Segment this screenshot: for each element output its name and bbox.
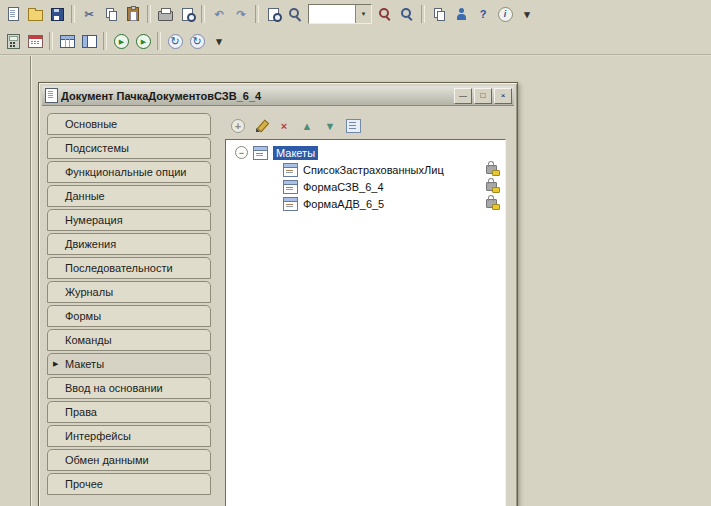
tab-label: Основные	[65, 118, 117, 130]
form-icon	[82, 35, 97, 48]
tree-item-label: ФормаСЗВ_6_4	[303, 181, 384, 193]
tab-label: Последовательности	[65, 262, 173, 274]
search-combo[interactable]: ▾	[308, 4, 372, 24]
template-node-icon	[283, 180, 298, 194]
start-debugging-options-button[interactable]: ▶	[132, 30, 154, 52]
tree-item[interactable]: СписокЗастрахованныхЛиц	[226, 161, 505, 178]
lock-icon	[486, 182, 497, 191]
tab-item[interactable]: Данные	[47, 185, 211, 207]
minimize-button[interactable]: —	[454, 88, 472, 104]
form-button[interactable]	[78, 30, 100, 52]
dock-panel-edge	[30, 56, 31, 506]
delete-button[interactable]: ×	[274, 116, 294, 136]
copy-icon	[106, 8, 117, 20]
spreadsheet-document-button[interactable]	[56, 30, 78, 52]
tab-item[interactable]: Макеты	[47, 353, 211, 375]
combo-dropdown-icon[interactable]: ▾	[355, 5, 371, 23]
open-document-button[interactable]	[24, 3, 46, 25]
tab-label: Журналы	[65, 286, 113, 298]
tab-item[interactable]: Ввод на основании	[47, 377, 211, 399]
update-database-configuration-icon: ↻	[168, 34, 183, 49]
update-database-configuration-button[interactable]: ↻	[164, 30, 186, 52]
refresh-configuration-icon: ↻	[190, 34, 205, 49]
tab-label: Подсистемы	[65, 142, 129, 154]
new-document-button[interactable]	[2, 3, 24, 25]
toolbar-options-button[interactable]: ▾	[516, 3, 538, 25]
cut-button[interactable]: ✂	[78, 3, 100, 25]
tab-label: Команды	[65, 334, 112, 346]
template-node-icon	[283, 197, 298, 211]
templates-tree: −МакетыСписокЗастрахованныхЛицФормаСЗВ_6…	[225, 139, 506, 506]
undo-icon: ↶	[214, 9, 223, 20]
calculator-button[interactable]	[2, 30, 24, 52]
expander-icon[interactable]: −	[235, 146, 248, 159]
help-button[interactable]: ?	[472, 3, 494, 25]
templates-command-bar: +×▲▼	[225, 115, 506, 137]
refresh-configuration-button[interactable]: ↻	[186, 30, 208, 52]
tab-item[interactable]: Основные	[47, 113, 211, 135]
dialog-title: Документ ПачкаДокументовСЗВ_6_4	[61, 90, 452, 102]
close-button[interactable]: ×	[494, 88, 512, 104]
tab-item[interactable]: Формы	[47, 305, 211, 327]
print-icon	[158, 11, 173, 21]
toolbar-separator	[201, 5, 205, 23]
print-preview-button[interactable]	[176, 3, 198, 25]
tree-item[interactable]: ФормаАДВ_6_5	[226, 195, 505, 212]
tab-item[interactable]: Команды	[47, 329, 211, 351]
find-in-file-button[interactable]	[262, 3, 284, 25]
move-down-button[interactable]: ▼	[320, 116, 340, 136]
tab-item[interactable]: Интерфейсы	[47, 425, 211, 447]
tab-item[interactable]: Подсистемы	[47, 137, 211, 159]
dialog-titlebar[interactable]: Документ ПачкаДокументовСЗВ_6_4 —□×	[42, 86, 514, 106]
toolbar-options-icon: ▾	[216, 36, 222, 47]
cut-icon: ✂	[84, 9, 93, 20]
main-toolbar: ✂↶↷▾?i▾	[2, 1, 538, 27]
syntax-check-button[interactable]	[450, 3, 472, 25]
tab-item[interactable]: Журналы	[47, 281, 211, 303]
toolbar-options-button[interactable]: ▾	[208, 30, 230, 52]
tab-item[interactable]: Нумерация	[47, 209, 211, 231]
set-order-button[interactable]	[343, 116, 363, 136]
undo-button[interactable]: ↶	[208, 3, 230, 25]
toolbar-separator	[71, 5, 75, 23]
paste-button[interactable]	[122, 3, 144, 25]
start-debugging-options-icon: ▶	[136, 34, 151, 49]
save-button[interactable]	[46, 3, 68, 25]
calendar-button[interactable]	[24, 30, 46, 52]
tree-root-label: Макеты	[273, 146, 318, 160]
templates-button[interactable]	[428, 3, 450, 25]
category-tab-list: ОсновныеПодсистемыФункциональные опцииДа…	[47, 111, 211, 495]
about-button[interactable]: i	[494, 3, 516, 25]
tree-item-label: ФормаАДВ_6_5	[303, 198, 384, 210]
add-button[interactable]: +	[228, 116, 248, 136]
find-previous-button[interactable]	[396, 3, 418, 25]
maximize-button[interactable]: □	[474, 88, 492, 104]
move-down-icon: ▼	[325, 121, 336, 132]
edit-icon	[255, 120, 267, 132]
tab-item[interactable]: Обмен данными	[47, 449, 211, 471]
tree-item[interactable]: ФормаСЗВ_6_4	[226, 178, 505, 195]
tab-label: Прочее	[65, 478, 103, 490]
toolbar-options-icon: ▾	[524, 9, 530, 20]
tab-item[interactable]: Права	[47, 401, 211, 423]
tree-root-item[interactable]: −Макеты	[226, 144, 505, 161]
tab-item[interactable]: Прочее	[47, 473, 211, 495]
copy-button[interactable]	[100, 3, 122, 25]
tab-item[interactable]: Движения	[47, 233, 211, 255]
find-button[interactable]	[284, 3, 306, 25]
tab-item[interactable]: Последовательности	[47, 257, 211, 279]
lock-icon	[486, 199, 497, 208]
edit-button[interactable]	[251, 116, 271, 136]
tab-content-templates: +×▲▼ −МакетыСписокЗастрахованныхЛицФорма…	[225, 115, 506, 506]
search-combo-input[interactable]	[309, 8, 355, 20]
move-up-button[interactable]: ▲	[297, 116, 317, 136]
start-debugging-button[interactable]: ▶	[110, 30, 132, 52]
find-next-button[interactable]	[374, 3, 396, 25]
toolbar-separator	[255, 5, 259, 23]
start-debugging-icon: ▶	[114, 34, 129, 49]
tab-item[interactable]: Функциональные опции	[47, 161, 211, 183]
paste-icon	[127, 7, 139, 21]
print-button[interactable]	[154, 3, 176, 25]
redo-button[interactable]: ↷	[230, 3, 252, 25]
toolbar-separator	[49, 32, 53, 50]
